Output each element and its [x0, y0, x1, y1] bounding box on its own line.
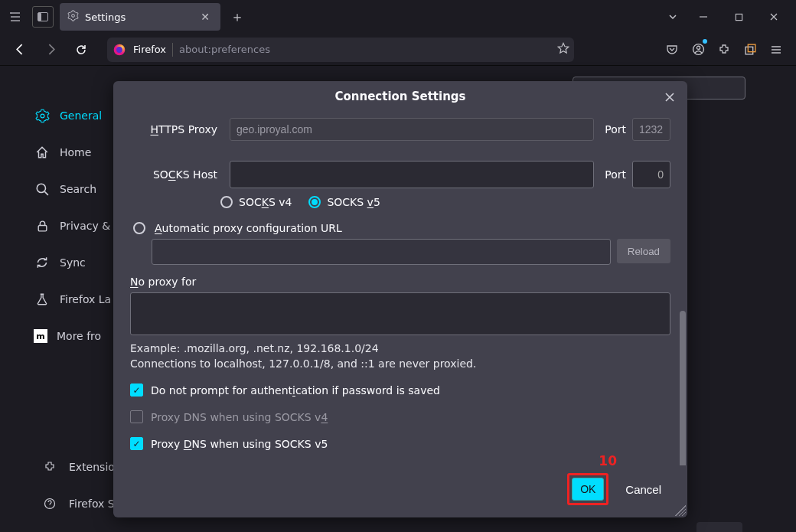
- port-label: Port: [605, 168, 626, 181]
- sidebar-item-label: More fro: [57, 330, 101, 342]
- annotation-number: 10: [599, 453, 617, 468]
- checkbox-label: Proxy DNS when using SOCKS v4: [151, 411, 328, 423]
- account-icon[interactable]: [686, 38, 710, 62]
- help-icon: [41, 495, 58, 512]
- back-button[interactable]: [8, 38, 32, 62]
- https-proxy-input[interactable]: [230, 118, 594, 141]
- window-maximize-button[interactable]: [721, 5, 756, 29]
- checkbox-no-auth-prompt[interactable]: ✓: [130, 383, 143, 397]
- dialog-close-button[interactable]: [661, 89, 678, 106]
- socks-host-label: SOCKS Host: [139, 168, 223, 181]
- url-bar[interactable]: Firefox about:preferences: [107, 38, 574, 62]
- extensions-icon: [41, 459, 58, 475]
- ok-button[interactable]: OK: [572, 478, 604, 501]
- svg-rect-12: [38, 225, 47, 230]
- notification-dot-icon: [703, 39, 707, 44]
- svg-rect-8: [745, 47, 753, 54]
- https-proxy-label: HTTPS Proxy: [139, 123, 223, 135]
- new-tab-button[interactable]: ＋: [227, 6, 248, 28]
- gear-icon: [34, 107, 51, 124]
- sidebar-item-label: Home: [60, 146, 91, 158]
- window-minimize-button[interactable]: [686, 5, 721, 29]
- checkbox-dns-socks5[interactable]: ✓: [130, 437, 143, 450]
- radio-off-icon: [220, 196, 233, 208]
- sync-icon: [34, 254, 51, 271]
- no-proxy-localhost-note: Connections to localhost, 127.0.0.1/8, a…: [130, 357, 670, 370]
- checkbox-dns-socks4[interactable]: [130, 410, 143, 423]
- annotation-highlight: OK: [567, 473, 608, 505]
- scrollbar-thumb[interactable]: [680, 311, 686, 465]
- app-menu-button[interactable]: [764, 38, 788, 62]
- svg-rect-3: [736, 14, 742, 20]
- mozilla-logo-icon: m: [34, 329, 47, 343]
- firefox-logo-icon: [112, 42, 127, 57]
- auto-proxy-radio[interactable]: [133, 222, 145, 234]
- gear-icon: [67, 10, 79, 24]
- checkbox-label: Proxy DNS when using SOCKS v5: [151, 438, 328, 450]
- https-port-input[interactable]: [632, 118, 670, 141]
- sidebar-item-label: Search: [60, 183, 96, 195]
- radio-label: SOCKS v4: [239, 196, 292, 208]
- home-icon: [34, 144, 51, 161]
- auto-proxy-label: Automatic proxy configuration URL: [155, 222, 342, 234]
- resize-grip-icon[interactable]: [675, 505, 686, 516]
- svg-rect-2: [38, 13, 42, 21]
- sidebar-item-label: General: [60, 109, 102, 122]
- bookmark-star-icon[interactable]: [557, 42, 569, 57]
- socks-v4-radio[interactable]: SOCKS v4: [220, 196, 292, 208]
- svg-point-10: [41, 114, 44, 118]
- tab-label: Settings: [85, 11, 126, 23]
- extensions-icon[interactable]: [712, 38, 736, 62]
- view-history-icon[interactable]: [5, 6, 26, 28]
- cancel-button[interactable]: Cancel: [616, 478, 670, 501]
- reload-pac-button[interactable]: Reload: [617, 239, 670, 263]
- svg-point-7: [696, 46, 700, 49]
- connection-settings-dialog: Connection Settings HTTPS Proxy Port SOC…: [113, 81, 687, 517]
- radio-on-icon: [308, 196, 321, 208]
- pocket-icon[interactable]: [660, 38, 684, 62]
- flask-icon: [34, 291, 51, 308]
- tabs-dropdown-button[interactable]: [660, 5, 686, 28]
- urlbar-divider: [172, 43, 173, 57]
- socks-port-input[interactable]: [632, 161, 670, 188]
- network-settings-button[interactable]: ngs…: [696, 522, 742, 532]
- no-proxy-label: No proxy for: [130, 276, 670, 288]
- sidebar-item-label: Privacy &: [60, 220, 110, 232]
- forward-button[interactable]: [38, 38, 63, 62]
- sidebar-item-label: Firefox La: [60, 293, 111, 305]
- sidebar-toggle-icon[interactable]: [32, 6, 54, 28]
- svg-point-11: [37, 184, 45, 192]
- close-tab-button[interactable]: ✕: [197, 9, 213, 24]
- svg-rect-9: [748, 44, 755, 52]
- button-label-fragment: ngs…: [706, 528, 733, 533]
- no-proxy-example: Example: .mozilla.org, .net.nz, 192.168.…: [130, 342, 670, 354]
- sidebar-item-label: Sync: [60, 256, 86, 269]
- reload-button[interactable]: [69, 38, 93, 62]
- svg-point-0: [10, 12, 11, 14]
- svg-point-5: [116, 47, 122, 53]
- socks-v5-radio[interactable]: SOCKS v5: [308, 196, 380, 208]
- checkbox-label: Do not prompt for authentication if pass…: [151, 384, 440, 397]
- auto-proxy-url-input[interactable]: [152, 239, 611, 265]
- port-label: Port: [605, 123, 626, 135]
- search-icon: [34, 181, 51, 197]
- radio-label: SOCKS v5: [327, 196, 380, 208]
- lock-icon: [34, 217, 51, 234]
- socks-host-input[interactable]: [230, 161, 594, 188]
- urlbar-address: about:preferences: [179, 44, 270, 55]
- window-close-button[interactable]: [756, 5, 791, 29]
- dialog-title: Connection Settings: [334, 90, 465, 103]
- no-proxy-textarea[interactable]: [130, 292, 670, 335]
- urlbar-browser-label: Firefox: [133, 44, 166, 55]
- dialog-title-bar: Connection Settings: [113, 81, 687, 112]
- tab-settings[interactable]: Settings ✕: [60, 3, 220, 31]
- containers-icon[interactable]: [738, 38, 762, 62]
